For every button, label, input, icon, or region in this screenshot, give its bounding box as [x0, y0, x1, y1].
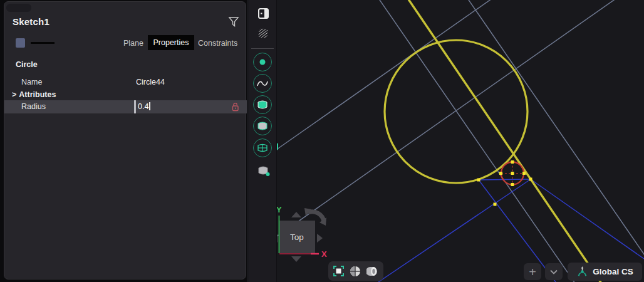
handle-dot-south[interactable]: [511, 183, 514, 186]
view-cube-face-label[interactable]: Top: [290, 232, 304, 242]
panel-tab-handle[interactable]: [6, 4, 31, 12]
unlock-icon[interactable]: [231, 102, 239, 112]
handle-dot-west[interactable]: [499, 172, 502, 175]
handle-dot-center[interactable]: [511, 172, 514, 175]
properties-panel: Sketch1 Plane Properties Constraints Cir…: [4, 1, 246, 279]
tab-properties[interactable]: Properties: [148, 35, 194, 50]
axis-y-label: Y: [276, 205, 282, 214]
line-style-preview[interactable]: [31, 42, 55, 44]
hatch-section-icon[interactable]: [257, 28, 269, 39]
chevron-down-icon: [550, 269, 558, 274]
surface-gray-icon: [257, 122, 268, 130]
handle-dot[interactable]: [494, 203, 497, 206]
shaded-sphere-icon[interactable]: [350, 266, 361, 277]
coordinate-system-button[interactable]: Global CS: [568, 263, 642, 281]
view-mode-bar: [328, 261, 383, 281]
name-label: Name: [21, 78, 42, 86]
handle-dot-east[interactable]: [522, 172, 526, 175]
coordinate-system-icon: [576, 266, 588, 278]
radius-row[interactable]: Radius 0.4: [4, 100, 247, 113]
tool-strip: [249, 0, 277, 282]
chevron-right-icon: >: [12, 90, 16, 99]
surface-gray-tool-button[interactable]: [253, 117, 272, 135]
cad-app-window: Top Y X Sketch1 Plane Properties Constra…: [0, 0, 644, 282]
spline-tool-button[interactable]: [253, 74, 272, 93]
surface-grid-tool-button[interactable]: [253, 138, 272, 157]
surface-grid-icon: [257, 144, 268, 152]
plus-icon: +: [529, 266, 536, 278]
spline-icon: [257, 80, 268, 87]
add-button[interactable]: +: [524, 263, 541, 280]
color-swatch[interactable]: [16, 38, 25, 48]
handle-dot[interactable]: [477, 179, 480, 182]
radius-input[interactable]: 0.4: [138, 102, 150, 111]
coordinate-system-label: Global CS: [593, 267, 633, 276]
blue-line-4[interactable]: [479, 179, 531, 180]
expand-button[interactable]: [545, 263, 563, 280]
panel-title: Sketch1: [13, 16, 49, 27]
perspective-view-icon[interactable]: [366, 266, 378, 277]
attributes-expander[interactable]: >Attributes: [12, 90, 56, 99]
axis-x-label: X: [321, 249, 327, 259]
toolbar-divider: [251, 48, 274, 49]
field-edit-indicator: [134, 100, 136, 113]
zoom-fit-icon[interactable]: [333, 266, 344, 276]
attributes-label: Attributes: [19, 90, 56, 99]
filter-icon[interactable]: [228, 16, 239, 28]
point-tool-button[interactable]: [253, 53, 272, 71]
surface-point-tool-icon[interactable]: [257, 165, 271, 177]
radius-label: Radius: [21, 102, 46, 111]
surface-filled-icon: [257, 100, 268, 109]
tab-constraints[interactable]: Constraints: [198, 39, 237, 48]
panel-toggle-icon[interactable]: [258, 8, 269, 19]
name-value[interactable]: Circle44: [136, 78, 165, 86]
tab-plane[interactable]: Plane: [123, 39, 143, 48]
text-cursor: [149, 102, 150, 110]
handle-dot-north[interactable]: [511, 160, 514, 164]
handle-dot[interactable]: [529, 178, 532, 181]
point-icon: [259, 59, 266, 65]
surface-fill-tool-button[interactable]: [253, 95, 272, 114]
entity-heading: Circle: [16, 60, 38, 69]
